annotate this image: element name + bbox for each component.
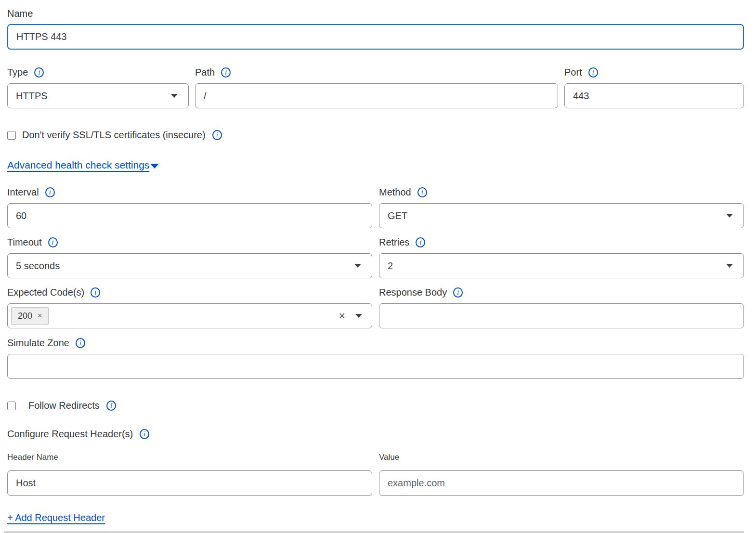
configure-headers-info-icon[interactable]: i (140, 429, 149, 439)
simulate-zone-field: Simulate Zone i (7, 338, 744, 379)
interval-input[interactable] (7, 203, 372, 228)
chevron-down-icon (726, 264, 733, 268)
name-label: Name (7, 8, 33, 19)
simulate-zone-input[interactable] (7, 354, 744, 379)
type-field: Type i HTTPS (7, 67, 189, 108)
expected-codes-field: Expected Code(s) i 200 × × (7, 287, 372, 328)
chevron-down-icon (171, 94, 178, 98)
timeout-field: Timeout i 5 seconds (7, 237, 372, 278)
advanced-settings-row: Advanced health check settings (7, 159, 744, 171)
follow-redirects-checkbox[interactable] (7, 402, 16, 410)
chevron-down-icon (726, 214, 733, 218)
section-divider (4, 532, 744, 533)
add-request-header-link[interactable]: + Add Request Header (7, 512, 105, 523)
interval-field: Interval i (7, 187, 372, 228)
header-value-field: Value (379, 453, 744, 496)
method-label: Method (379, 187, 411, 198)
expected-codes-info-icon[interactable]: i (91, 287, 100, 298)
method-select-value: GET (388, 210, 407, 221)
interval-label: Interval (7, 187, 39, 198)
response-body-input[interactable] (379, 303, 744, 328)
clear-all-icon[interactable]: × (339, 311, 345, 322)
simulate-zone-label: Simulate Zone (7, 338, 69, 349)
name-field: Name (7, 8, 744, 50)
path-input[interactable] (195, 83, 558, 108)
simulate-zone-info-icon[interactable]: i (76, 338, 85, 348)
verify-ssl-label: Don't verify SSL/TLS certificates (insec… (22, 130, 206, 141)
port-label: Port (564, 67, 582, 78)
method-field: Method i GET (379, 187, 744, 228)
interval-info-icon[interactable]: i (45, 187, 55, 197)
header-value-label: Value (379, 453, 744, 462)
retries-label: Retries (379, 237, 409, 248)
port-info-icon[interactable]: i (588, 67, 598, 78)
add-header-row: + Add Request Header (7, 512, 744, 523)
header-name-field: Header Name (7, 453, 372, 496)
follow-redirects-label: Follow Redirects (28, 400, 100, 411)
chevron-down-icon[interactable] (355, 314, 362, 318)
follow-redirects-info-icon[interactable]: i (106, 401, 116, 411)
configure-headers-label: Configure Request Header(s) (7, 429, 133, 440)
triangle-down-icon (150, 164, 159, 169)
type-label: Type (7, 67, 28, 78)
response-body-label: Response Body (379, 287, 447, 298)
type-select-value: HTTPS (16, 91, 48, 102)
port-field: Port i (564, 67, 744, 108)
timeout-select[interactable]: 5 seconds (7, 253, 372, 278)
retries-info-icon[interactable]: i (416, 237, 425, 247)
path-label: Path (195, 67, 215, 78)
response-body-field: Response Body i (379, 287, 744, 328)
timeout-select-value: 5 seconds (16, 260, 60, 272)
path-info-icon[interactable]: i (221, 67, 231, 78)
verify-ssl-info-icon[interactable]: i (212, 130, 222, 140)
header-name-input[interactable] (7, 470, 372, 496)
port-input[interactable] (564, 83, 744, 108)
timeout-info-icon[interactable]: i (48, 237, 58, 247)
code-tag-value: 200 (18, 311, 32, 321)
verify-ssl-checkbox[interactable] (7, 131, 16, 140)
header-name-label: Header Name (7, 453, 372, 462)
chevron-down-icon (354, 264, 361, 268)
expected-codes-multiselect[interactable]: 200 × × (7, 303, 372, 328)
header-value-input[interactable] (379, 470, 744, 496)
type-select[interactable]: HTTPS (7, 83, 189, 108)
tag-remove-icon[interactable]: × (38, 312, 42, 320)
response-body-info-icon[interactable]: i (453, 287, 463, 298)
method-select[interactable]: GET (379, 203, 744, 228)
retries-select[interactable]: 2 (379, 253, 744, 278)
path-field: Path i (195, 67, 558, 108)
expected-codes-label: Expected Code(s) (7, 287, 84, 298)
code-tag: 200 × (11, 307, 49, 325)
advanced-settings-link[interactable]: Advanced health check settings (7, 159, 149, 171)
follow-redirects-row: Follow Redirects i (7, 400, 744, 411)
retries-field: Retries i 2 (379, 237, 744, 278)
health-check-form: Name Type i HTTPS Path i Port i (7, 0, 744, 533)
timeout-label: Timeout (7, 237, 42, 248)
configure-headers-row: Configure Request Header(s) i (7, 429, 744, 440)
verify-ssl-row: Don't verify SSL/TLS certificates (insec… (7, 130, 744, 141)
type-info-icon[interactable]: i (34, 67, 44, 78)
method-info-icon[interactable]: i (417, 187, 427, 197)
name-input[interactable] (7, 24, 744, 50)
retries-select-value: 2 (388, 260, 393, 272)
